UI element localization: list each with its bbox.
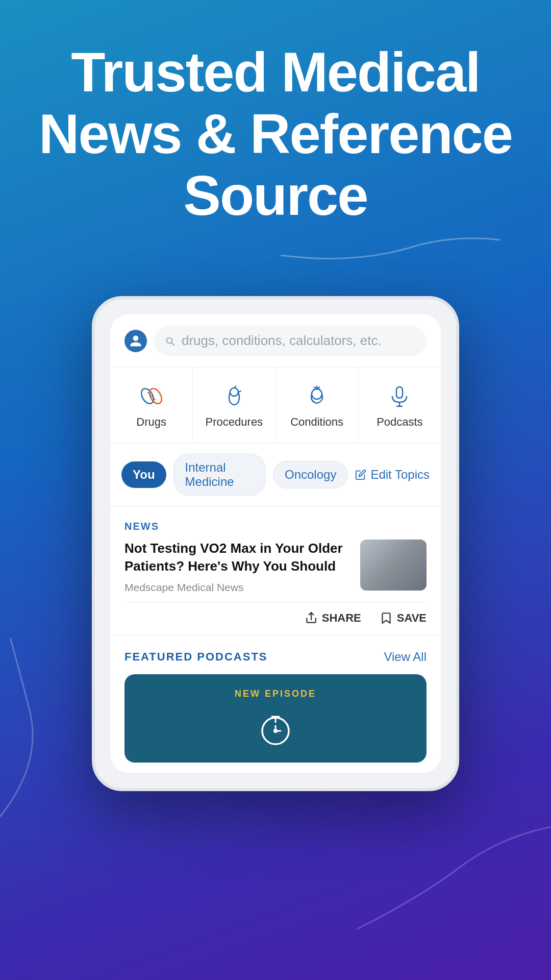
share-label: SHARE <box>322 611 361 625</box>
bookmark-icon <box>380 611 393 625</box>
podcasts-section: FEATURED PODCASTS View All NEW EPISODE <box>110 635 441 773</box>
podcast-card[interactable]: NEW EPISODE <box>124 674 427 763</box>
svg-point-6 <box>312 389 322 399</box>
stopwatch-icon <box>255 707 296 748</box>
news-section-label: NEWS <box>124 521 427 532</box>
search-placeholder: drugs, conditions, calculators, etc. <box>182 333 382 349</box>
news-text: Not Testing VO2 Max in Your Older Patien… <box>124 540 350 594</box>
pill-internal-medicine[interactable]: Internal Medicine <box>173 454 266 496</box>
news-actions: SHARE SAVE <box>124 602 427 635</box>
category-conditions[interactable]: Conditions <box>276 368 359 443</box>
news-headline: Not Testing VO2 Max in Your Older Patien… <box>124 540 350 575</box>
search-input[interactable]: drugs, conditions, calculators, etc. <box>154 326 427 356</box>
conditions-icon <box>303 382 331 410</box>
category-procedures[interactable]: Procedures <box>193 368 276 443</box>
edit-topics-label: Edit Topics <box>370 468 430 482</box>
news-thumbnail <box>360 540 427 591</box>
phone-frame: drugs, conditions, calculators, etc. Dru… <box>92 296 459 791</box>
search-icon <box>164 335 176 347</box>
edit-topics-button[interactable]: Edit Topics <box>355 468 430 482</box>
share-button[interactable]: SHARE <box>305 611 361 625</box>
conditions-label: Conditions <box>290 415 343 429</box>
pill-you[interactable]: You <box>121 461 166 488</box>
save-button[interactable]: SAVE <box>380 611 427 625</box>
svg-point-19 <box>273 729 278 733</box>
svg-point-3 <box>230 388 238 396</box>
topic-pills-bar: You Internal Medicine Oncology Edit Topi… <box>110 444 441 506</box>
hero-title: Trusted Medical News & Reference Source <box>31 41 520 226</box>
drugs-label: Drugs <box>136 415 166 429</box>
news-section: NEWS Not Testing VO2 Max in Your Older P… <box>110 506 441 635</box>
search-bar: drugs, conditions, calculators, etc. <box>110 314 441 368</box>
podcasts-label: Podcasts <box>377 415 423 429</box>
svg-point-0 <box>139 386 156 406</box>
procedures-icon <box>220 382 248 410</box>
share-icon <box>305 611 318 625</box>
category-drugs[interactable]: Drugs <box>110 368 193 443</box>
podcasts-icon <box>385 382 414 410</box>
category-grid: Drugs Procedures <box>110 368 441 444</box>
pencil-icon <box>355 469 366 480</box>
phone-screen: drugs, conditions, calculators, etc. Dru… <box>110 314 441 773</box>
view-all-button[interactable]: View All <box>384 650 427 664</box>
news-article[interactable]: Not Testing VO2 Max in Your Older Patien… <box>124 540 427 594</box>
pill-oncology[interactable]: Oncology <box>273 461 348 488</box>
podcasts-section-title: FEATURED PODCASTS <box>124 650 268 664</box>
phone-mockup: drugs, conditions, calculators, etc. Dru… <box>92 296 459 791</box>
news-thumb-image <box>360 540 427 591</box>
svg-rect-10 <box>396 387 403 398</box>
drugs-icon <box>137 382 166 410</box>
svg-point-1 <box>147 386 164 406</box>
save-label: SAVE <box>397 611 427 625</box>
hero-section: Trusted Medical News & Reference Source <box>0 0 551 247</box>
news-source: Medscape Medical News <box>124 581 350 594</box>
user-icon <box>129 334 142 348</box>
procedures-label: Procedures <box>206 415 263 429</box>
category-podcasts[interactable]: Podcasts <box>359 368 441 443</box>
new-episode-badge: NEW EPISODE <box>235 689 316 699</box>
user-avatar[interactable] <box>124 330 147 352</box>
podcasts-header: FEATURED PODCASTS View All <box>124 650 427 664</box>
